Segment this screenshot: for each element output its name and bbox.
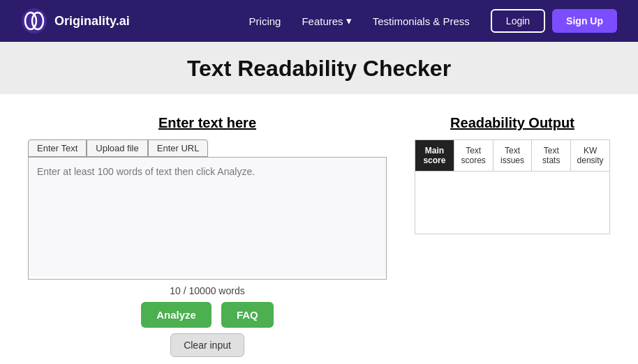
signup-button[interactable]: Sign Up: [552, 9, 617, 33]
text-input[interactable]: [29, 158, 386, 276]
tab-enter-text[interactable]: Enter Text: [28, 139, 87, 157]
left-section-title: Enter text here: [28, 115, 387, 131]
faq-button[interactable]: FAQ: [221, 302, 274, 328]
tab-enter-url[interactable]: Enter URL: [148, 139, 209, 157]
logo[interactable]: Originality.ai: [21, 8, 130, 34]
output-tab-main-score[interactable]: Main score: [415, 140, 454, 171]
textarea-container: [28, 157, 387, 280]
login-button[interactable]: Login: [491, 9, 545, 33]
logo-text: Originality.ai: [54, 14, 130, 29]
left-panel: Enter text here Enter Text Upload file E…: [28, 115, 387, 364]
nav-links: Pricing Features ▾ Testimonials & Press: [249, 15, 470, 27]
output-tabs: Main score Text scores Text issues Text …: [415, 139, 610, 172]
tab-upload-file[interactable]: Upload file: [87, 139, 147, 157]
output-tab-kw-density[interactable]: KW density: [571, 140, 609, 171]
readability-title: Readability Output: [415, 115, 610, 131]
input-tabs: Enter Text Upload file Enter URL: [28, 139, 387, 157]
analyze-button[interactable]: Analyze: [141, 302, 212, 328]
word-count: 10 / 10000 words: [28, 285, 387, 296]
right-panel: Readability Output Main score Text score…: [415, 115, 610, 364]
navbar: Originality.ai Pricing Features ▾ Testim…: [0, 0, 638, 42]
output-tab-text-issues[interactable]: Text issues: [494, 140, 533, 171]
nav-buttons: Login Sign Up: [491, 9, 617, 33]
main-content: Enter text here Enter Text Upload file E…: [0, 94, 638, 364]
output-content: [415, 172, 610, 234]
nav-testimonials[interactable]: Testimonials & Press: [373, 15, 470, 27]
clear-button[interactable]: Clear input: [170, 333, 244, 357]
nav-features[interactable]: Features ▾: [302, 15, 351, 27]
logo-icon: [21, 8, 47, 34]
page-header: Text Readability Checker: [0, 42, 638, 94]
nav-pricing[interactable]: Pricing: [249, 15, 281, 27]
action-buttons: Analyze FAQ: [28, 302, 387, 328]
output-tab-text-stats[interactable]: Text stats: [532, 140, 571, 171]
chevron-down-icon: ▾: [346, 15, 352, 27]
output-tab-text-scores[interactable]: Text scores: [454, 140, 494, 171]
page-title: Text Readability Checker: [0, 56, 638, 82]
